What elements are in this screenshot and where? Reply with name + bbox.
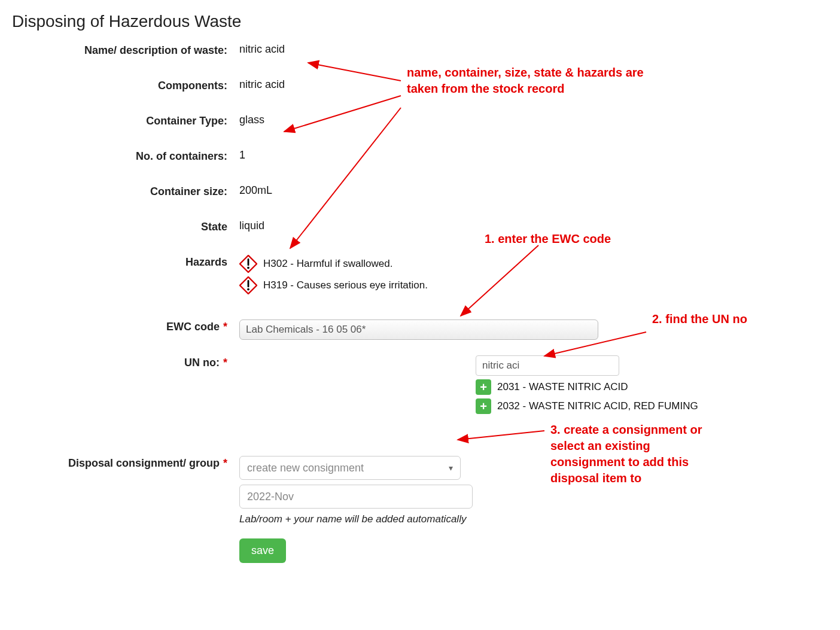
- label-num-containers: No. of containers:: [12, 149, 239, 163]
- value-components: nitric acid: [239, 78, 828, 91]
- svg-line-12: [458, 431, 544, 440]
- value-hazards: H302 - Harmful if swallowed. H319 - Caus…: [239, 255, 828, 298]
- label-ewc: EWC code*: [12, 319, 239, 333]
- un-search-input[interactable]: [476, 355, 619, 376]
- un-result[interactable]: 2031 - WASTE NITRIC ACID: [497, 381, 628, 393]
- label-name: Name/ description of waste:: [12, 43, 239, 57]
- page-title: Disposing of Hazerdous Waste: [12, 12, 828, 31]
- hazard-icon: [239, 276, 257, 294]
- consignment-select[interactable]: create new consignment ▾: [239, 456, 461, 480]
- add-un-button[interactable]: +: [476, 379, 491, 395]
- ewc-select[interactable]: Lab Chemicals - 16 05 06*: [239, 319, 598, 340]
- value-num-containers: 1: [239, 149, 828, 162]
- svg-point-5: [247, 288, 249, 291]
- consignment-date-input[interactable]: [239, 485, 473, 509]
- label-state: State: [12, 220, 239, 233]
- helper-text: Lab/room + your name will be added autom…: [239, 513, 828, 525]
- hazard-icon: [239, 255, 257, 273]
- label-un: UN no:*: [12, 355, 239, 369]
- value-container-size: 200mL: [239, 184, 828, 197]
- label-hazards: Hazards: [12, 255, 239, 269]
- label-components: Components:: [12, 78, 239, 92]
- label-container-type: Container Type:: [12, 114, 239, 127]
- un-result[interactable]: 2032 - WASTE NITRIC ACID, RED FUMING: [497, 400, 698, 412]
- chevron-down-icon: ▾: [449, 463, 453, 473]
- label-disposal: Disposal consignment/ group*: [12, 456, 239, 470]
- value-state: liquid: [239, 220, 828, 232]
- hazard-text: H302 - Harmful if swallowed.: [263, 258, 392, 270]
- save-button[interactable]: save: [239, 538, 286, 563]
- value-container-type: glass: [239, 114, 828, 126]
- hazard-text: H319 - Causes serious eye irritation.: [263, 279, 428, 291]
- consignment-placeholder: create new consignment: [247, 462, 364, 474]
- label-container-size: Container size:: [12, 184, 239, 198]
- ewc-value: Lab Chemicals - 16 05 06*: [246, 324, 366, 336]
- add-un-button[interactable]: +: [476, 398, 491, 414]
- svg-point-2: [247, 267, 249, 269]
- value-name: nitric acid: [239, 43, 828, 56]
- annotation-step1: 1. enter the EWC code: [485, 231, 611, 247]
